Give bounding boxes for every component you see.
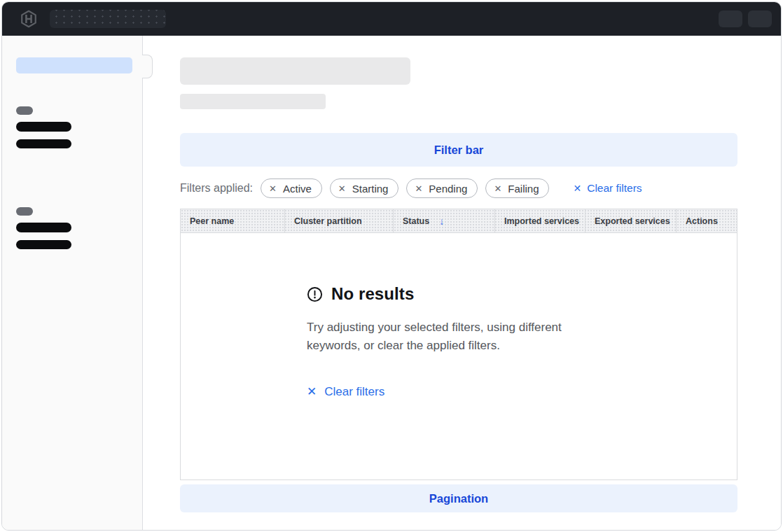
app-window: Filter bar Filters applied: ✕ Active ✕ S… [1,1,782,531]
sidebar-item-active-skeleton[interactable] [16,57,132,74]
filter-chip-label: Starting [352,183,389,194]
column-header-actions: Actions [677,209,737,232]
table-body: No results Try adjusting your selected f… [181,233,737,479]
topbar [2,2,781,36]
clear-filters-link[interactable]: ✕ Clear filters [573,182,642,195]
topbar-action-skeleton-1[interactable] [719,10,742,27]
sidebar-item-skeleton[interactable] [16,139,71,148]
filter-chip-label: Failing [508,183,539,194]
clear-filters-label: Clear filters [587,182,642,195]
column-header-exported-services[interactable]: Exported services [585,209,677,232]
pagination-label: Pagination [429,492,488,505]
remove-filter-icon[interactable]: ✕ [415,184,422,193]
empty-state-title: No results [331,284,414,304]
empty-state-clear-filters-link[interactable]: ✕ Clear filters [307,384,384,399]
filters-applied-label: Filters applied: [180,182,253,195]
page-subtitle-skeleton [180,94,326,109]
remove-filter-icon[interactable]: ✕ [269,184,277,193]
empty-state-clear-filters-label: Clear filters [324,385,384,399]
sort-descending-icon[interactable]: ↓ [439,216,444,227]
close-icon: ✕ [307,384,317,399]
filter-chip-failing[interactable]: ✕ Failing [485,178,549,198]
sidebar-group-label-skeleton [16,106,33,115]
filter-chip-label: Active [283,183,312,194]
page-title-skeleton [180,57,410,85]
pagination-placeholder: Pagination [180,484,737,512]
filter-bar-label: Filter bar [434,144,484,157]
sidebar-item-skeleton[interactable] [16,240,71,249]
empty-state: No results Try adjusting your selected f… [307,284,608,399]
close-icon: ✕ [573,183,581,194]
column-header-peer-name[interactable]: Peer name [181,209,285,232]
column-header-status[interactable]: Status ↓ [394,209,495,232]
sidebar-drawer-handle[interactable] [142,55,153,78]
filter-chip-label: Pending [429,183,467,194]
empty-state-description: Try adjusting your selected filters, usi… [307,318,601,355]
column-header-imported-services[interactable]: Imported services [495,209,585,232]
sidebar-item-skeleton[interactable] [16,122,71,132]
topbar-action-skeleton-2[interactable] [748,10,772,27]
alert-circle-icon [307,286,323,302]
table-header-row: Peer name Cluster partition Status ↓ Imp… [181,209,737,233]
sidebar-item-skeleton[interactable] [16,223,71,232]
topbar-search-skeleton[interactable] [50,10,166,28]
filter-chip-active[interactable]: ✕ Active [261,178,322,198]
peers-table: Peer name Cluster partition Status ↓ Imp… [180,209,737,480]
filter-bar-placeholder: Filter bar [180,133,737,167]
sidebar [2,36,143,530]
remove-filter-icon[interactable]: ✕ [494,184,501,193]
remove-filter-icon[interactable]: ✕ [338,184,346,193]
column-header-cluster-partition[interactable]: Cluster partition [285,209,394,232]
applied-filters-row: Filters applied: ✕ Active ✕ Starting ✕ P… [180,178,781,198]
filter-chip-starting[interactable]: ✕ Starting [330,178,399,198]
sidebar-group-label-skeleton [16,207,33,216]
filter-chip-pending[interactable]: ✕ Pending [406,178,478,198]
hashicorp-logo-icon[interactable] [20,10,38,28]
main-content: Filter bar Filters applied: ✕ Active ✕ S… [143,36,781,530]
